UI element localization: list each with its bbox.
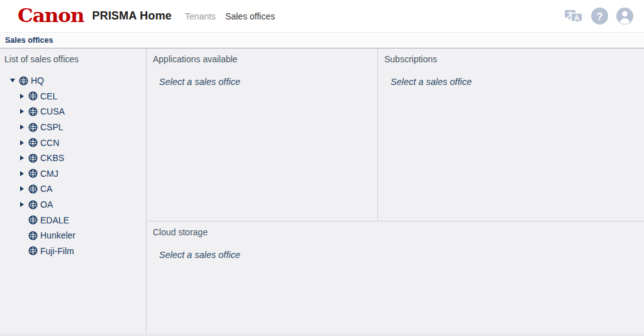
app-title: PRISMA Home	[92, 9, 172, 23]
page-title: Sales offices	[5, 36, 53, 45]
tree-item-label: EDALE	[40, 215, 69, 225]
tree-item-cspl[interactable]: CSPL	[0, 120, 146, 135]
window-bottom-edge	[0, 333, 644, 336]
svg-text:A: A	[574, 13, 579, 21]
globe-icon	[28, 154, 38, 163]
tree-item-label: CA	[40, 184, 52, 194]
subscriptions-panel: Subscriptions Select a sales office	[378, 48, 644, 221]
globe-icon	[28, 184, 38, 194]
tree-item-label: CUSA	[40, 106, 65, 116]
globe-icon	[28, 215, 38, 225]
user-icon[interactable]	[616, 7, 634, 25]
tree-item-label: OA	[40, 199, 53, 210]
applications-panel: Applications available Select a sales of…	[147, 48, 378, 221]
expand-arrow-icon[interactable]	[19, 155, 25, 161]
top-panel-row: Applications available Select a sales of…	[147, 48, 644, 221]
translate-icon[interactable]: 文 A	[564, 8, 584, 25]
cloud-storage-placeholder: Select a sales office	[159, 250, 638, 260]
expand-arrow-icon[interactable]	[19, 140, 25, 146]
expand-arrow-icon[interactable]	[19, 108, 25, 115]
tree-item-hunkeler[interactable]: Hunkeler	[0, 228, 146, 244]
top-nav: Tenants Sales offices	[185, 11, 275, 21]
nav-sales-offices[interactable]: Sales offices	[225, 11, 275, 21]
cloud-storage-panel: Cloud storage Select a sales office	[147, 221, 644, 335]
sales-office-tree: HQ CEL CUSA CSPL CCN CKBS CMJ	[0, 73, 146, 259]
sidebar-title: List of sales offices	[0, 54, 146, 64]
tree-item-cel[interactable]: CEL	[0, 89, 146, 104]
canon-logo: Canon	[18, 7, 84, 25]
globe-icon	[28, 246, 38, 255]
expand-arrow-icon[interactable]	[19, 171, 25, 177]
expand-arrow-icon[interactable]	[19, 201, 25, 208]
help-icon[interactable]: ?	[591, 7, 609, 25]
tree-item-label: CKBS	[40, 153, 64, 163]
tree-item-label: CMJ	[40, 169, 58, 179]
subscriptions-placeholder: Select a sales office	[391, 77, 638, 87]
app-header: Canon PRISMA Home Tenants Sales offices …	[0, 0, 644, 33]
tree-item-cusa[interactable]: CUSA	[0, 104, 146, 120]
arrow-spacer	[19, 232, 25, 238]
globe-icon	[28, 107, 38, 116]
tree-item-cmj[interactable]: CMJ	[0, 166, 146, 182]
globe-icon	[28, 169, 38, 178]
applications-panel-title: Applications available	[153, 54, 371, 64]
content-area: List of sales offices HQ CEL CUSA CSPL C…	[0, 48, 644, 335]
globe-icon	[19, 76, 28, 86]
tree-item-label: HQ	[31, 76, 44, 86]
tree-item-label: Fuji-Film	[40, 246, 74, 256]
nav-tenants[interactable]: Tenants	[185, 11, 216, 21]
breadcrumb-bar: Sales offices	[0, 33, 644, 48]
tree-item-fuji-film[interactable]: Fuji-Film	[0, 244, 146, 259]
expand-arrow-icon[interactable]	[19, 124, 25, 130]
globe-icon	[28, 138, 38, 147]
globe-icon	[28, 200, 38, 210]
svg-text:?: ?	[596, 11, 602, 23]
tree-item-label: CSPL	[40, 122, 64, 132]
arrow-spacer	[19, 217, 25, 223]
globe-icon	[28, 231, 38, 240]
applications-placeholder: Select a sales office	[159, 77, 371, 87]
header-icons: 文 A ?	[564, 7, 634, 25]
subscriptions-panel-title: Subscriptions	[384, 54, 638, 64]
collapse-arrow-icon[interactable]	[10, 77, 16, 84]
tree-item-hq[interactable]: HQ	[0, 73, 146, 89]
tree-item-label: CCN	[40, 138, 59, 148]
expand-arrow-icon[interactable]	[19, 93, 25, 99]
expand-arrow-icon[interactable]	[19, 186, 25, 192]
arrow-spacer	[19, 248, 25, 254]
tree-item-oa[interactable]: OA	[0, 197, 146, 213]
tree-item-edale[interactable]: EDALE	[0, 212, 146, 228]
sales-offices-sidebar: List of sales offices HQ CEL CUSA CSPL C…	[0, 48, 147, 335]
globe-icon	[28, 91, 38, 101]
detail-panels: Applications available Select a sales of…	[147, 48, 644, 335]
tree-item-ccn[interactable]: CCN	[0, 135, 146, 150]
cloud-storage-panel-title: Cloud storage	[153, 227, 638, 237]
tree-item-label: CEL	[40, 91, 57, 101]
globe-icon	[28, 123, 38, 132]
tree-item-ckbs[interactable]: CKBS	[0, 150, 146, 166]
tree-item-ca[interactable]: CA	[0, 181, 146, 197]
tree-item-label: Hunkeler	[40, 230, 75, 240]
